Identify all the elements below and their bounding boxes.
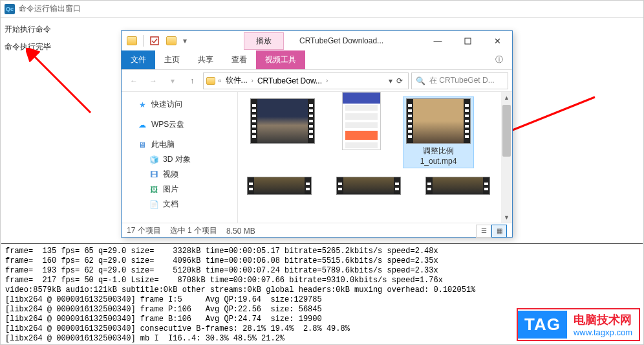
ribbon-help-icon[interactable]: ⓘ <box>486 50 512 69</box>
star-icon: ★ <box>137 100 147 110</box>
navpane-videos[interactable]: 🎞视频 <box>125 167 233 182</box>
search-placeholder: 在 CRTubeGet D... <box>429 75 495 86</box>
folder-icon[interactable] <box>124 33 140 49</box>
file-view[interactable]: 调整比例1_out.mp4 ▲ ▼ <box>238 92 512 223</box>
tab-home[interactable]: 主页 <box>155 50 189 69</box>
chevron-right-icon[interactable]: « <box>218 77 222 84</box>
close-button[interactable]: ✕ <box>482 31 512 50</box>
file-thumbnail[interactable] <box>339 98 384 166</box>
maximize-button[interactable] <box>453 31 482 50</box>
file-thumbnail[interactable] <box>247 177 312 195</box>
file-thumbnail[interactable] <box>247 98 318 166</box>
nav-forward-button[interactable]: → <box>145 72 162 89</box>
ribbon-tabs: 文件 主页 共享 查看 视频工具 ⓘ <box>122 50 512 70</box>
chevron-right-icon[interactable]: › <box>326 77 328 84</box>
svg-line-0 <box>32 54 91 113</box>
quick-access-toolbar: ▾ <box>122 33 192 49</box>
film-icon: 🎞 <box>149 170 159 180</box>
qat-dropdown-icon[interactable]: ▾ <box>180 33 189 49</box>
file-name: 调整比例1_out.mp4 <box>405 146 472 166</box>
cube-icon: 🧊 <box>149 155 159 165</box>
search-input[interactable]: 🔍 在 CRTubeGet D... <box>411 72 508 89</box>
separator <box>143 35 144 47</box>
properties-icon[interactable] <box>147 33 162 49</box>
address-dropdown-icon[interactable]: ▾ <box>389 76 392 85</box>
item-count: 17 个项目 <box>127 225 161 236</box>
console-title: 命令运行输出窗口 <box>19 3 81 14</box>
doc-icon: 📄 <box>149 199 159 210</box>
selection-info: 选中 1 个项目 <box>170 225 217 236</box>
chevron-right-icon[interactable]: › <box>252 77 253 84</box>
refresh-icon[interactable]: ⟳ <box>396 76 403 85</box>
nav-back-button[interactable]: ← <box>125 72 142 89</box>
navpane-3d-objects[interactable]: 🧊3D 对象 <box>125 152 233 167</box>
watermark-logo: TAG <box>518 311 567 339</box>
explorer-titlebar[interactable]: ▾ 播放 CRTubeGet Download... — ✕ <box>122 31 512 50</box>
status-bar: 17 个项目 选中 1 个项目 8.50 MB ☰ ▦ <box>122 223 512 238</box>
navpane-wps-cloud[interactable]: ☁WPS云盘 <box>125 117 233 132</box>
navpane-this-pc[interactable]: 🖥此电脑 <box>125 137 233 152</box>
watermark: TAG 电脑技术网 www.tagxp.com <box>517 308 640 341</box>
scroll-up-icon[interactable]: ▲ <box>501 92 512 103</box>
breadcrumb-segment[interactable]: CRTubeGet Dow... <box>256 76 323 85</box>
explorer-window: ▾ 播放 CRTubeGet Download... — ✕ 文件 主页 共享 … <box>121 30 513 238</box>
file-thumbnail-selected[interactable]: 调整比例1_out.mp4 <box>403 96 474 168</box>
minimize-button[interactable]: — <box>423 31 453 50</box>
context-tab-play[interactable]: 播放 <box>244 32 284 50</box>
breadcrumb-segment[interactable]: 软件... <box>224 75 249 86</box>
tab-view[interactable]: 查看 <box>222 50 256 69</box>
scroll-thumb[interactable] <box>502 105 511 157</box>
view-thumbnails-button[interactable]: ▦ <box>491 225 507 238</box>
tab-video-tools[interactable]: 视频工具 <box>256 50 305 69</box>
watermark-title: 电脑技术网 <box>574 312 632 328</box>
navigation-pane[interactable]: ★快速访问 ☁WPS云盘 🖥此电脑 🧊3D 对象 🎞视频 🖼图片 📄文档 <box>122 92 238 223</box>
window-title: CRTubeGet Download... <box>299 36 423 45</box>
photo-icon: 🖼 <box>149 184 159 195</box>
app-icon: Qc <box>5 4 15 14</box>
address-bar[interactable]: « 软件... › CRTubeGet Dow... › ▾ ⟳ <box>203 72 409 89</box>
tab-share[interactable]: 共享 <box>189 50 222 69</box>
folder-icon <box>206 77 215 85</box>
navpane-quick-access[interactable]: ★快速访问 <box>125 97 233 112</box>
nav-recent-dropdown[interactable]: ▾ <box>164 72 181 89</box>
navpane-pictures[interactable]: 🖼图片 <box>125 182 233 197</box>
navpane-documents[interactable]: 📄文档 <box>125 197 233 212</box>
file-thumbnail[interactable] <box>336 177 401 195</box>
annotation-arrow-left <box>26 48 103 119</box>
nav-up-button[interactable]: ↑ <box>184 72 200 89</box>
address-toolbar: ← → ▾ ↑ « 软件... › CRTubeGet Dow... › ▾ ⟳… <box>122 70 512 92</box>
tab-file[interactable]: 文件 <box>122 50 155 69</box>
svg-rect-3 <box>465 38 471 44</box>
selection-size: 8.50 MB <box>226 227 255 236</box>
new-folder-icon[interactable] <box>164 33 179 49</box>
svg-rect-2 <box>151 37 158 45</box>
cloud-icon: ☁ <box>137 120 147 130</box>
watermark-url: www.tagxp.com <box>574 328 632 337</box>
scroll-down-icon[interactable]: ▼ <box>501 212 512 223</box>
monitor-icon: 🖥 <box>137 140 147 150</box>
vertical-scrollbar[interactable]: ▲ ▼ <box>501 92 512 223</box>
view-details-button[interactable]: ☰ <box>476 225 491 238</box>
file-thumbnail[interactable] <box>425 177 490 195</box>
search-icon: 🔍 <box>416 76 425 85</box>
console-titlebar: Qc 命令运行输出窗口 <box>1 1 643 17</box>
